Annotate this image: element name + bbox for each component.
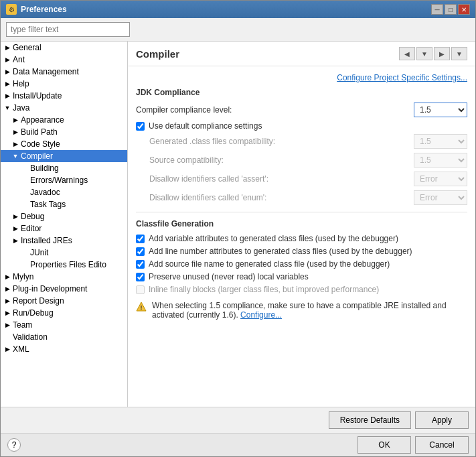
content-title: Compiler	[136, 48, 179, 60]
source-compat-select: 1.5	[414, 153, 467, 168]
apply-button[interactable]: Apply	[415, 411, 469, 429]
sidebar-label: Debug	[21, 212, 44, 221]
sidebar-label: Validation	[13, 332, 48, 342]
check4-checkbox[interactable]	[136, 273, 145, 281]
sidebar-item-team[interactable]: ▶ Team	[1, 319, 127, 331]
help-button[interactable]: ?	[7, 438, 21, 452]
check3-row: Add source file name to generated class …	[136, 259, 467, 269]
forward-button[interactable]: ▶	[434, 47, 450, 60]
sidebar-item-debug[interactable]: ▶ Debug	[1, 210, 127, 222]
arrow-icon: ▶	[3, 80, 11, 88]
sidebar-label: Task Tags	[30, 200, 66, 209]
sidebar-item-properties-files[interactable]: Properties Files Edito	[1, 259, 127, 271]
sidebar-item-task-tags[interactable]: Task Tags	[1, 198, 127, 210]
sidebar-label: JUnit	[30, 248, 48, 257]
minimize-button[interactable]: ─	[431, 4, 443, 15]
sidebar-label: Editor	[21, 224, 42, 233]
svg-text:!: !	[141, 304, 143, 311]
sidebar-item-javadoc[interactable]: Javadoc	[1, 186, 127, 198]
compliance-select[interactable]: 1.5 1.6	[414, 103, 467, 117]
title-bar: ⚙ Preferences ─ □ ✕	[1, 1, 475, 18]
title-bar-left: ⚙ Preferences	[6, 4, 67, 15]
check5-row: Inline finally blocks (larger class file…	[136, 285, 467, 294]
arrow-icon: ▶	[3, 56, 11, 64]
nav-buttons: ◀ ▼ ▶ ▼	[399, 47, 467, 60]
check4-row: Preserve unused (never read) local varia…	[136, 272, 467, 281]
restore-apply-bar: Restore Defaults Apply	[1, 407, 475, 433]
source-compat-row: Source compatibility: 1.5	[149, 153, 467, 168]
filter-input[interactable]	[6, 22, 130, 37]
sidebar-item-install-update[interactable]: ▶ Install/Update	[1, 90, 127, 102]
sidebar-label: Compiler	[21, 151, 53, 161]
disallow-assert-label: Disallow identifiers called 'assert':	[149, 174, 414, 184]
sidebar-item-general[interactable]: ▶ General	[1, 42, 127, 54]
check1-checkbox[interactable]	[136, 235, 145, 243]
use-default-row: Use default compliance settings	[136, 121, 467, 131]
arrow-icon	[21, 164, 29, 172]
sidebar-item-help[interactable]: ▶ Help	[1, 78, 127, 90]
sidebar-item-mylyn[interactable]: ▶ Mylyn	[1, 271, 127, 283]
maximize-button[interactable]: □	[445, 4, 457, 15]
warning-icon: !	[136, 302, 147, 312]
sidebar-item-building[interactable]: Building	[1, 162, 127, 174]
sidebar-label: Run/Debug	[13, 308, 54, 318]
generated-label: Generated .class files compatibility:	[149, 137, 414, 146]
check3-checkbox[interactable]	[136, 260, 145, 269]
configure-project-link[interactable]: Configure Project Specific Settings...	[136, 73, 467, 82]
arrow-icon	[21, 200, 29, 208]
back-dropdown[interactable]: ▼	[416, 47, 432, 60]
disallow-enum-row: Disallow identifiers called 'enum': Erro…	[149, 190, 467, 205]
arrow-icon	[21, 261, 29, 269]
dialog-icon: ⚙	[6, 4, 17, 15]
check1-row: Add variable attributes to generated cla…	[136, 234, 467, 243]
content-body: Configure Project Specific Settings... J…	[128, 66, 475, 407]
use-default-checkbox[interactable]	[136, 122, 145, 131]
sidebar-item-errors-warnings[interactable]: Errors/Warnings	[1, 174, 127, 186]
check5-label: Inline finally blocks (larger class file…	[149, 285, 379, 294]
sidebar-item-junit[interactable]: JUnit	[1, 247, 127, 259]
check2-checkbox[interactable]	[136, 247, 145, 256]
sidebar-item-compiler[interactable]: ▼ Compiler	[1, 150, 127, 162]
sidebar-item-data-management[interactable]: ▶ Data Management	[1, 66, 127, 78]
arrow-icon: ▶	[11, 128, 19, 136]
compliance-level-row: Compiler compliance level: 1.5 1.6	[136, 103, 467, 117]
sidebar-item-java[interactable]: ▼ Java	[1, 102, 127, 114]
sidebar-item-installed-jres[interactable]: ▶ Installed JREs	[1, 235, 127, 247]
ok-button[interactable]: OK	[358, 436, 411, 454]
close-button[interactable]: ✕	[458, 4, 470, 15]
use-default-label: Use default compliance settings	[149, 121, 262, 131]
arrow-icon: ▶	[3, 297, 11, 305]
sidebar-item-editor[interactable]: ▶ Editor	[1, 222, 127, 235]
cancel-button[interactable]: Cancel	[415, 436, 469, 454]
arrow-icon: ▶	[3, 68, 11, 76]
restore-defaults-button[interactable]: Restore Defaults	[329, 411, 411, 429]
footer-bar: ? OK Cancel	[1, 433, 475, 456]
sidebar-label: Install/Update	[13, 91, 62, 101]
sidebar-item-plugin-development[interactable]: ▶ Plug-in Development	[1, 283, 127, 295]
arrow-icon	[21, 176, 29, 184]
disallow-assert-select: Error	[414, 172, 467, 186]
arrow-icon: ▶	[11, 224, 19, 233]
sidebar-label: Java	[13, 103, 29, 113]
sidebar-label: Building	[30, 164, 59, 173]
sidebar-item-report-design[interactable]: ▶ Report Design	[1, 295, 127, 307]
sidebar-item-xml[interactable]: ▶ XML	[1, 343, 127, 355]
sidebar-item-validation[interactable]: Validation	[1, 331, 127, 343]
sidebar-label: Report Design	[13, 296, 64, 306]
title-buttons: ─ □ ✕	[431, 4, 470, 15]
arrow-icon: ▶	[11, 212, 19, 220]
dialog-title: Preferences	[21, 5, 67, 14]
sidebar-item-ant[interactable]: ▶ Ant	[1, 54, 127, 66]
sidebar-item-appearance[interactable]: ▶ Appearance	[1, 114, 127, 126]
compliance-label: Compiler compliance level:	[136, 105, 414, 115]
configure-link[interactable]: Configure...	[240, 310, 282, 320]
sidebar-item-build-path[interactable]: ▶ Build Path	[1, 126, 127, 138]
sidebar: ▶ General ▶ Ant ▶ Data Management ▶ Help	[1, 42, 128, 407]
sidebar-label: Plug-in Development	[13, 284, 87, 293]
back-button[interactable]: ◀	[399, 47, 415, 60]
disallow-assert-row: Disallow identifiers called 'assert': Er…	[149, 172, 467, 186]
forward-dropdown[interactable]: ▼	[451, 47, 467, 60]
arrow-icon: ▶	[11, 116, 19, 124]
sidebar-item-code-style[interactable]: ▶ Code Style	[1, 138, 127, 150]
sidebar-item-run-debug[interactable]: ▶ Run/Debug	[1, 307, 127, 319]
